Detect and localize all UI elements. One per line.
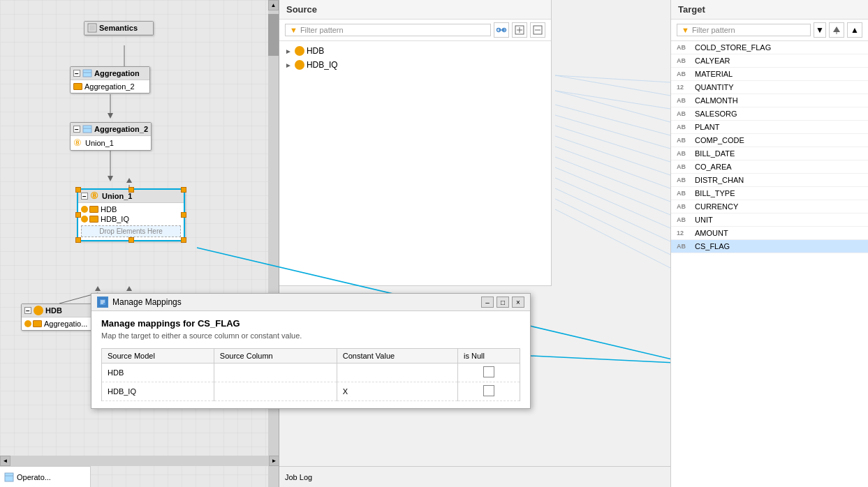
- target-item-material[interactable]: AB MATERIAL: [671, 68, 868, 81]
- resize-handle-ml[interactable]: [75, 212, 81, 218]
- row1-constant-value[interactable]: [337, 364, 457, 382]
- source-collapse-btn[interactable]: [530, 22, 545, 38]
- target-item-comp-code[interactable]: AB COMP_CODE: [671, 134, 868, 147]
- hdbiq-table-icon: [89, 216, 98, 223]
- operator-tab[interactable]: Operato...: [0, 466, 91, 487]
- target-sort-desc-btn[interactable]: ▲: [847, 22, 862, 38]
- dialog-controls: – □ ×: [481, 297, 524, 308]
- target-dropdown-btn[interactable]: ▼: [814, 22, 826, 38]
- target-item-co-area[interactable]: AB CO_AREA: [671, 160, 868, 174]
- dialog-maximize-btn[interactable]: □: [496, 297, 509, 308]
- target-item-bill-type[interactable]: AB BILL_TYPE: [671, 187, 868, 200]
- node-semantics[interactable]: Semantics: [84, 21, 154, 36]
- node-hdb-header: − HDB: [22, 304, 97, 317]
- scroll-left-btn[interactable]: ◄: [0, 456, 10, 466]
- target-item-amount[interactable]: 12 AMOUNT: [671, 227, 868, 240]
- dialog-minimize-btn[interactable]: –: [481, 297, 494, 308]
- type-ab-7: AB: [677, 137, 691, 144]
- drop-zone[interactable]: Drop Elements Here: [81, 225, 181, 237]
- svg-line-39: [555, 199, 670, 255]
- amount-label: AMOUNT: [695, 229, 728, 237]
- canvas-hscroll[interactable]: ◄ ►: [0, 456, 279, 466]
- target-item-plant[interactable]: AB PLANT: [671, 121, 868, 134]
- bill-date-label: BILL_DATE: [695, 149, 735, 158]
- resize-handle-tm[interactable]: [128, 187, 134, 193]
- source-link-btn[interactable]: [494, 22, 509, 38]
- node-minus2-btn[interactable]: −: [73, 126, 80, 133]
- agg-bottom-icon: [33, 320, 42, 327]
- resize-handle-bl[interactable]: [75, 237, 81, 243]
- resize-handle-tl[interactable]: [75, 187, 81, 193]
- target-item-bill-date[interactable]: AB BILL_DATE: [671, 147, 868, 160]
- scroll-right-btn[interactable]: ►: [269, 456, 279, 466]
- source-filter-input[interactable]: ▼ Filter pattern: [285, 24, 491, 36]
- source-hdb-item[interactable]: ► HDB: [279, 44, 551, 58]
- svg-line-42: [531, 356, 690, 364]
- row1-is-null[interactable]: [457, 364, 520, 382]
- row2-source-model: HDB_IQ: [102, 382, 214, 401]
- svg-rect-15: [83, 126, 91, 133]
- row2-constant-value[interactable]: X: [337, 382, 457, 401]
- row1-source-column[interactable]: [214, 364, 337, 382]
- node-aggregation2-top[interactable]: − Aggregation_2 ⑧ Union_1: [70, 122, 152, 151]
- target-item-unit[interactable]: AB UNIT: [671, 213, 868, 227]
- target-filter-placeholder: Filter pattern: [692, 26, 735, 34]
- target-item-calyear[interactable]: AB CALYEAR: [671, 54, 868, 68]
- co-area-label: CO_AREA: [695, 163, 732, 171]
- target-item-cs-flag[interactable]: AB CS_FLAG: [671, 240, 868, 253]
- dialog-close-btn[interactable]: ×: [512, 297, 524, 308]
- hdb-table-icon: [89, 206, 98, 213]
- hdb-tree-icon: [295, 46, 304, 56]
- row1-null-checkbox[interactable]: [483, 366, 494, 377]
- unit-label: UNIT: [695, 216, 713, 224]
- target-item-cold-store-flag[interactable]: AB COLD_STORE_FLAG: [671, 41, 868, 54]
- node-minus4-btn[interactable]: −: [24, 307, 31, 314]
- target-item-quantity[interactable]: 12 QUANTITY: [671, 81, 868, 94]
- mapping-row-hdbiq: HDB_IQ X: [102, 382, 520, 401]
- node-aggregation[interactable]: − Aggregation Aggregation_2: [70, 66, 150, 93]
- target-sort-asc-btn[interactable]: [829, 22, 844, 38]
- row2-null-checkbox[interactable]: [483, 385, 494, 396]
- type-ab-14: AB: [677, 243, 691, 250]
- target-item-calmonth[interactable]: AB CALMONTH: [671, 94, 868, 107]
- svg-line-34: [555, 147, 670, 188]
- resize-handle-br[interactable]: [181, 237, 186, 243]
- plant-label: PLANT: [695, 123, 719, 131]
- svg-line-36: [555, 167, 670, 215]
- type-ab-13: AB: [677, 216, 691, 223]
- node-minus3-btn[interactable]: −: [81, 193, 88, 200]
- job-log-tab[interactable]: Job Log: [279, 466, 670, 487]
- node-union-selected[interactable]: − ⑧ Union_1 HDB HDB_IQ Drop Elements Her…: [77, 188, 185, 241]
- target-filter-input[interactable]: ▼ Filter pattern: [677, 24, 811, 36]
- target-item-distr-chan[interactable]: AB DISTR_CHAN: [671, 174, 868, 187]
- node-hdb-bottom[interactable]: − HDB Aggregatio...: [21, 304, 98, 331]
- target-item-currency[interactable]: AB CURRENCY: [671, 200, 868, 213]
- node-minus-btn[interactable]: −: [73, 70, 80, 77]
- hdb-item: HDB: [81, 204, 181, 214]
- canvas-vscroll[interactable]: ▲ ▼: [268, 0, 279, 487]
- agg-sub-label: Aggregation_2: [84, 82, 135, 91]
- svg-line-29: [555, 91, 670, 122]
- mapping-table: Source Model Source Column Constant Valu…: [101, 348, 520, 401]
- row2-source-column[interactable]: [214, 382, 337, 401]
- target-item-salesorg[interactable]: AB SALESORG: [671, 107, 868, 121]
- agg-icon: [82, 68, 92, 78]
- row2-is-null[interactable]: [457, 382, 520, 401]
- type-ab-1: AB: [677, 44, 691, 51]
- scroll-up-btn[interactable]: ▲: [268, 0, 279, 10]
- resize-handle-mr[interactable]: [181, 212, 186, 218]
- resize-handle-tr[interactable]: [181, 187, 186, 193]
- calmonth-label: CALMONTH: [695, 96, 738, 105]
- distr-chan-label: DISTR_CHAN: [695, 176, 744, 184]
- resize-handle-bm[interactable]: [128, 237, 134, 243]
- union1-label: Union_1: [85, 139, 114, 147]
- agg-bottom-label: Aggregatio...: [44, 320, 87, 328]
- source-tree: ► HDB ► HDB_IQ: [279, 41, 551, 75]
- source-expand-btn[interactable]: [512, 22, 527, 38]
- agg-body: Aggregation_2: [71, 80, 149, 93]
- dialog-titlebar: Manage Mappings – □ ×: [91, 294, 530, 311]
- scroll-thumb[interactable]: [268, 14, 279, 56]
- source-hdbiq-item[interactable]: ► HDB_IQ: [279, 58, 551, 72]
- bill-type-label: BILL_TYPE: [695, 189, 735, 197]
- target-panel-title: Target: [671, 0, 868, 20]
